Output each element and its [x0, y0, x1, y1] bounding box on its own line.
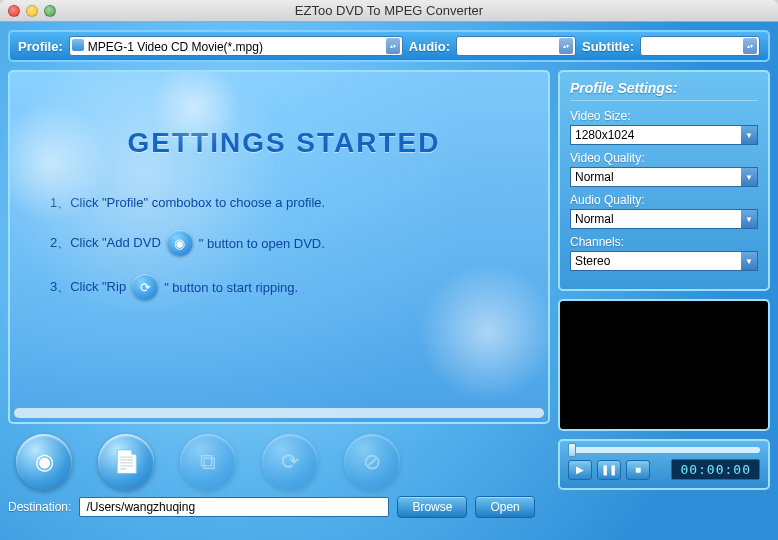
step-1: 1、Click "Profile" combobox to choose a p…	[50, 194, 518, 212]
profile-combobox[interactable]: MPEG-1 Video CD Movie(*.mpg) ▴▾	[69, 36, 403, 56]
left-column: GETTINGS STARTED 1、Click "Profile" combo…	[8, 70, 550, 490]
video-size-label: Video Size:	[570, 109, 758, 123]
file-plus-icon: 📄	[113, 449, 140, 475]
chevron-down-icon: ▼	[741, 210, 757, 228]
pause-icon: ❚❚	[601, 464, 617, 475]
seek-slider[interactable]	[568, 447, 760, 453]
channels-label: Channels:	[570, 235, 758, 249]
add-file-button[interactable]: 📄	[98, 434, 154, 490]
profile-value: MPEG-1 Video CD Movie(*.mpg)	[88, 40, 263, 54]
getting-started-heading: GETTINGS STARTED	[50, 127, 518, 159]
video-quality-select[interactable]: Normal ▼	[570, 167, 758, 187]
bottom-bar: Destination: Browse Open	[8, 496, 770, 518]
rip-button[interactable]: ⟳	[262, 434, 318, 490]
pause-button[interactable]: ❚❚	[597, 460, 621, 480]
destination-label: Destination:	[8, 500, 71, 514]
copy-button[interactable]: ⧉	[180, 434, 236, 490]
audio-combobox[interactable]: ▴▾	[456, 36, 576, 56]
rip-icon: ⟳	[132, 274, 158, 300]
copy-icon: ⧉	[200, 449, 216, 475]
refresh-icon: ⟳	[281, 449, 299, 475]
close-icon[interactable]	[8, 5, 20, 17]
browse-button[interactable]: Browse	[397, 496, 467, 518]
open-button[interactable]: Open	[475, 496, 534, 518]
profile-label: Profile:	[18, 39, 63, 54]
stop-playback-button[interactable]: ■	[626, 460, 650, 480]
traffic-lights	[8, 5, 56, 17]
disc-plus-icon: ◉	[35, 449, 54, 475]
disc-plus-icon: ◉	[167, 230, 193, 256]
chevron-down-icon: ▼	[741, 168, 757, 186]
action-buttons: ◉ 📄 ⧉ ⟳ ⊘	[8, 424, 550, 490]
main-area: GETTINGS STARTED 1、Click "Profile" combo…	[8, 70, 770, 490]
cancel-icon: ⊘	[363, 449, 381, 475]
stop-button[interactable]: ⊘	[344, 434, 400, 490]
chevron-down-icon: ▼	[741, 126, 757, 144]
profile-settings-panel: Profile Settings: Video Size: 1280x1024 …	[558, 70, 770, 291]
add-dvd-button[interactable]: ◉	[16, 434, 72, 490]
audio-quality-select[interactable]: Normal ▼	[570, 209, 758, 229]
zoom-icon[interactable]	[44, 5, 56, 17]
video-size-select[interactable]: 1280x1024 ▼	[570, 125, 758, 145]
titlebar: EZToo DVD To MPEG Converter	[0, 0, 778, 22]
step-2: 2、Click "Add DVD ◉ " button to open DVD.	[50, 230, 518, 256]
audio-quality-label: Audio Quality:	[570, 193, 758, 207]
chevron-updown-icon: ▴▾	[386, 38, 400, 54]
subtitle-combobox[interactable]: ▴▾	[640, 36, 760, 56]
getting-started-panel: GETTINGS STARTED 1、Click "Profile" combo…	[8, 70, 550, 424]
audio-label: Audio:	[409, 39, 450, 54]
play-icon: ▶	[576, 464, 584, 475]
destination-input[interactable]	[79, 497, 389, 517]
timecode: 00:00:00	[671, 459, 760, 480]
subtitle-label: Subtitle:	[582, 39, 634, 54]
stop-icon: ■	[635, 464, 641, 475]
chevron-updown-icon: ▴▾	[743, 38, 757, 54]
video-quality-label: Video Quality:	[570, 151, 758, 165]
player-controls: ▶ ❚❚ ■ 00:00:00	[558, 439, 770, 490]
play-button[interactable]: ▶	[568, 460, 592, 480]
chevron-down-icon: ▼	[741, 252, 757, 270]
slider-thumb[interactable]	[568, 443, 576, 457]
app-window: EZToo DVD To MPEG Converter Profile: MPE…	[0, 0, 778, 540]
settings-heading: Profile Settings:	[570, 80, 758, 101]
right-column: Profile Settings: Video Size: 1280x1024 …	[558, 70, 770, 490]
minimize-icon[interactable]	[26, 5, 38, 17]
content-area: Profile: MPEG-1 Video CD Movie(*.mpg) ▴▾…	[0, 22, 778, 540]
horizontal-scrollbar[interactable]	[14, 408, 544, 418]
video-preview	[558, 299, 770, 431]
channels-select[interactable]: Stereo ▼	[570, 251, 758, 271]
window-title: EZToo DVD To MPEG Converter	[0, 3, 778, 18]
chevron-updown-icon: ▴▾	[559, 38, 573, 54]
top-toolbar: Profile: MPEG-1 Video CD Movie(*.mpg) ▴▾…	[8, 30, 770, 62]
